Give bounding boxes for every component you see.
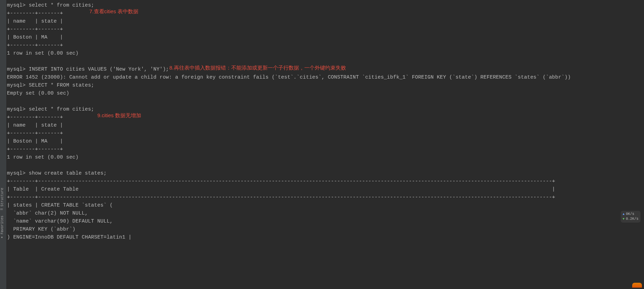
terminal-line: `abbr` char(2) NOT NULL, bbox=[7, 209, 643, 217]
sidebar-structure-label: Structure bbox=[0, 188, 4, 207]
terminal-line: PRIMARY KEY (`abbr`) bbox=[7, 225, 643, 233]
assistant-hint-icon[interactable] bbox=[632, 283, 642, 288]
terminal-line: 1 row in set (0.00 sec) bbox=[7, 153, 643, 161]
terminal-line: `name` varchar(90) DEFAULT NULL, bbox=[7, 217, 643, 225]
annotation-9: 9.cities 数据无增加 bbox=[97, 112, 141, 119]
tool-sidebar: ⠿ Structure ★ Favorites bbox=[0, 0, 6, 289]
terminal-line: ERROR 1452 (23000): Cannot add or update… bbox=[7, 73, 643, 81]
terminal-line: | states | CREATE TABLE `states` ( bbox=[7, 201, 643, 209]
terminal-line: +--------+------------------------------… bbox=[7, 177, 643, 185]
terminal-line: +--------+-------+ bbox=[7, 129, 643, 137]
terminal-line: ) ENGINE=InnoDB DEFAULT CHARSET=latin1 | bbox=[7, 233, 643, 241]
upload-arrow-icon: ▲ bbox=[623, 212, 625, 217]
star-icon: ★ bbox=[0, 236, 4, 240]
upload-speed: 0K/s bbox=[626, 212, 634, 217]
terminal-line bbox=[7, 57, 643, 65]
annotation-7: 7.查看cities 表中数据 bbox=[89, 8, 138, 15]
terminal-line: | name | state | bbox=[7, 17, 643, 25]
terminal-output[interactable]: mysql> select * from cities;+--------+--… bbox=[7, 1, 643, 241]
sidebar-tab-favorites[interactable]: ★ Favorites bbox=[0, 216, 4, 240]
terminal-line: +--------+------------------------------… bbox=[7, 193, 643, 201]
terminal-line bbox=[7, 161, 643, 169]
terminal-line: | Boston | MA | bbox=[7, 33, 643, 41]
terminal-line: | Table | Create Table | bbox=[7, 185, 643, 193]
terminal-line: | name | state | bbox=[7, 121, 643, 129]
terminal-line bbox=[7, 97, 643, 105]
terminal-line: 1 row in set (0.00 sec) bbox=[7, 49, 643, 57]
terminal-line: +--------+-------+ bbox=[7, 41, 643, 49]
sidebar-favorites-label: Favorites bbox=[0, 216, 4, 234]
terminal-line: +--------+-------+ bbox=[7, 25, 643, 33]
network-status-widget: ▲ 0K/s ▼ 0.2K/s bbox=[621, 211, 641, 223]
terminal-line: | Boston | MA | bbox=[7, 137, 643, 145]
terminal-line: mysql> SELECT * FROM states; bbox=[7, 81, 643, 89]
terminal-line: +--------+-------+ bbox=[7, 145, 643, 153]
sidebar-tab-structure[interactable]: ⠿ Structure bbox=[0, 188, 4, 210]
terminal-line: Empty set (0.00 sec) bbox=[7, 89, 643, 97]
annotation-8: 8.再往表中插入数据报错：不能添加或更新一个子行数据，一个外键约束失败 bbox=[169, 65, 346, 71]
download-arrow-icon: ▼ bbox=[623, 217, 625, 222]
structure-icon: ⠿ bbox=[0, 208, 4, 210]
terminal-line: mysql> show create table states; bbox=[7, 169, 643, 177]
download-speed: 0.2K/s bbox=[626, 217, 638, 222]
